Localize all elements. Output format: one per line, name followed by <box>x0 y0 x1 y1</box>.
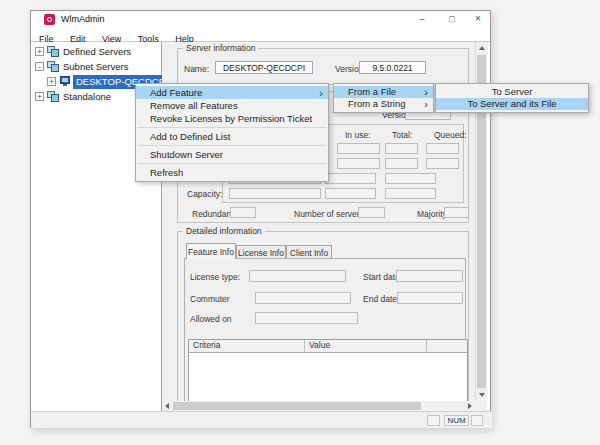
menu-separator <box>138 127 326 128</box>
server-context-menu: Add Feature › Remove all Features Revoke… <box>135 83 329 182</box>
from-a-file-submenu: To Server To Server and its File <box>435 83 589 113</box>
criteria-table: Criteria Value <box>188 339 468 401</box>
in-use-label: In use: <box>345 130 371 140</box>
menu-item-to-server[interactable]: To Server <box>436 86 588 98</box>
menu-item-label: Shutdown Server <box>150 149 223 160</box>
capacity-field[interactable] <box>325 188 376 199</box>
maximize-icon: □ <box>449 14 454 24</box>
group-label: Detailed information <box>183 226 265 236</box>
tree-item-label: Subnet Servers <box>63 60 128 74</box>
expand-icon[interactable]: + <box>35 47 44 56</box>
menu-item-shutdown-server[interactable]: Shutdown Server <box>136 148 328 161</box>
expand-icon[interactable]: + <box>47 77 56 86</box>
total-field[interactable] <box>385 158 418 169</box>
submenu-arrow-icon: › <box>424 86 428 98</box>
menu-item-label: Refresh <box>150 167 183 178</box>
end-date-field[interactable] <box>397 292 463 304</box>
menu-item-label: From a String <box>348 98 406 109</box>
number-of-servers-label: Number of servers: <box>294 209 366 219</box>
submenu-arrow-icon: › <box>424 98 428 110</box>
allowed-on-field[interactable] <box>255 312 358 324</box>
detailed-information-group: Detailed information Feature Info Licens… <box>177 231 469 409</box>
menu-item-label: From a File <box>348 86 396 97</box>
menu-item-from-a-file[interactable]: From a File › <box>334 86 433 98</box>
scroll-right-button[interactable] <box>464 401 475 411</box>
commuter-detail-label: Commuter <box>190 294 230 304</box>
status-pane <box>471 415 483 426</box>
table-header: Criteria Value <box>189 340 467 353</box>
commuter-field[interactable] <box>325 173 376 184</box>
menu-item-add-feature[interactable]: Add Feature › <box>136 86 328 99</box>
total-label: Total: <box>392 130 412 140</box>
tree-item-label: Defined Servers <box>63 45 131 59</box>
menu-bar: File Edit View Tools Help <box>31 28 490 42</box>
menu-item-label: Revoke Licenses by Permission Ticket <box>150 113 312 124</box>
minimize-icon: – <box>419 14 424 24</box>
menu-separator <box>138 163 326 164</box>
minimize-button[interactable]: – <box>408 11 436 28</box>
capacity-field[interactable] <box>229 188 321 199</box>
submenu-arrow-icon: › <box>319 86 323 99</box>
menu-separator <box>138 145 326 146</box>
column-header-value[interactable]: Value <box>305 340 427 352</box>
menu-item-from-a-string[interactable]: From a String › <box>334 98 433 110</box>
scroll-up-icon <box>479 46 485 50</box>
scroll-left-icon <box>165 403 169 409</box>
name-label: Name: <box>184 64 209 74</box>
commuter-field[interactable] <box>385 173 436 184</box>
expand-icon[interactable]: + <box>35 92 44 101</box>
wlmadmin-window: WlmAdmin – □ × File Edit View Tools Help… <box>30 10 491 428</box>
server-name-field[interactable]: DESKTOP-QECDCPI <box>215 61 313 74</box>
queued-label: Queued: <box>434 130 467 140</box>
server-version-field[interactable]: 9.5.0.0221 <box>359 61 426 74</box>
tab-feature-info[interactable]: Feature Info <box>186 243 236 259</box>
menu-item-revoke-licenses[interactable]: Revoke Licenses by Permission Ticket <box>136 112 328 125</box>
tab-license-info[interactable]: License Info <box>236 245 286 259</box>
scroll-right-icon <box>468 403 472 409</box>
redundant-field[interactable] <box>230 207 256 218</box>
app-icon <box>44 14 55 25</box>
commuter-detail-field[interactable] <box>255 292 351 304</box>
in-use-field[interactable] <box>337 158 380 169</box>
server-group-icon <box>47 46 59 57</box>
tree-item-defined-servers[interactable]: + Defined Servers <box>32 45 160 59</box>
horizontal-scrollbar[interactable] <box>162 401 475 411</box>
menu-item-to-server-and-its-file[interactable]: To Server and its File <box>436 98 588 110</box>
license-type-label: License type: <box>190 272 240 282</box>
maximize-button[interactable]: □ <box>438 11 466 28</box>
queued-field[interactable] <box>426 158 459 169</box>
scroll-down-button[interactable] <box>476 389 488 401</box>
column-header-criteria[interactable]: Criteria <box>189 340 305 352</box>
collapse-icon[interactable]: - <box>35 62 44 71</box>
tab-client-info[interactable]: Client Info <box>286 245 332 259</box>
title-bar[interactable]: WlmAdmin – □ × <box>31 11 490 28</box>
close-icon: × <box>475 13 481 24</box>
scroll-left-button[interactable] <box>162 401 173 411</box>
column-header-empty[interactable] <box>427 340 467 352</box>
close-button[interactable]: × <box>464 11 492 28</box>
menu-item-label: Add to Defined List <box>150 131 230 142</box>
total-field[interactable] <box>385 143 418 154</box>
screen: WlmAdmin – □ × File Edit View Tools Help… <box>0 0 600 445</box>
license-type-field[interactable] <box>249 270 346 282</box>
start-date-field[interactable] <box>396 270 463 282</box>
majority-field[interactable] <box>444 207 469 218</box>
capacity-field[interactable] <box>385 188 436 199</box>
server-group-icon <box>47 61 59 72</box>
scroll-up-button[interactable] <box>476 42 488 54</box>
menu-item-label: To Server <box>492 86 533 97</box>
menu-item-add-to-defined-list[interactable]: Add to Defined List <box>136 130 328 143</box>
number-of-servers-field[interactable] <box>358 207 385 218</box>
horizontal-scroll-thumb[interactable] <box>173 402 421 410</box>
server-group-icon <box>47 91 59 102</box>
menu-item-remove-all-features[interactable]: Remove all Features <box>136 99 328 112</box>
in-use-field[interactable] <box>337 143 380 154</box>
table-body-empty <box>189 353 467 402</box>
tree-item-label: Standalone <box>63 90 111 104</box>
queued-field[interactable] <box>426 143 459 154</box>
capacity-label: Capacity: <box>187 189 222 199</box>
tree-item-subnet-servers[interactable]: - Subnet Servers <box>32 60 160 74</box>
window-title: WlmAdmin <box>61 11 105 28</box>
menu-item-refresh[interactable]: Refresh <box>136 166 328 179</box>
scrollbar-corner <box>475 401 487 411</box>
